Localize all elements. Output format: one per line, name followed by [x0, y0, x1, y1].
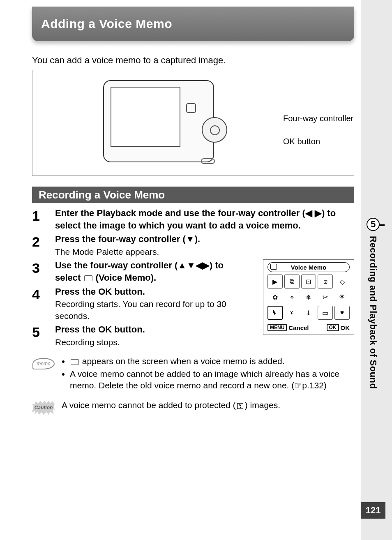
- palette-cell: ✧: [284, 290, 300, 304]
- caution-icon: Caution: [32, 401, 55, 415]
- chapter-number: 5: [367, 218, 380, 231]
- memo-note: memo appears on the screen when a voice …: [32, 355, 354, 392]
- palette-cell: ⚿: [284, 306, 300, 320]
- step-1: 1 Enter the Playback mode and use the fo…: [32, 207, 354, 231]
- palette-cell: ⊡: [301, 275, 316, 288]
- playback-icon: [270, 264, 277, 270]
- palette-title-bar: Voice Memo: [267, 262, 350, 272]
- step-2: 2 Press the four-way controller (▼). The…: [32, 233, 354, 258]
- palette-title: Voice Memo: [291, 264, 326, 271]
- caution-note: Caution A voice memo cannot be added to …: [32, 399, 354, 416]
- palette-cell: ✂: [318, 290, 333, 304]
- fourway-controller-icon: [202, 117, 227, 143]
- chapter-title: Recording and Playback of Sound: [368, 236, 378, 389]
- memo-icon: memo: [32, 358, 55, 369]
- lock-icon: ⚿: [236, 401, 245, 411]
- caution-text: A voice memo cannot be added to protecte…: [62, 399, 354, 411]
- palette-cell: ⧉: [284, 275, 300, 288]
- memo-bullet: appears on the screen when a voice memo …: [70, 355, 354, 367]
- palette-ok: OK OK: [327, 324, 350, 331]
- palette-cancel: MENU Cancel: [267, 324, 309, 331]
- voice-memo-icon: [84, 275, 92, 281]
- step-sub: The Mode Palette appears.: [55, 246, 350, 258]
- step-sub: Recording stops.: [55, 337, 248, 348]
- step-number: 2: [32, 233, 55, 249]
- intro-text: You can add a voice memo to a captured i…: [32, 55, 361, 66]
- ok-pill-icon: OK: [327, 324, 339, 331]
- step-head: Press the OK button.: [55, 286, 248, 298]
- step-sub: Recording starts. You can record for up …: [55, 298, 248, 322]
- step-number: 1: [32, 207, 55, 223]
- step-head: Enter the Playback mode and use the four…: [55, 207, 350, 231]
- palette-cell: ◇: [334, 275, 350, 288]
- step-number: 3: [32, 259, 55, 275]
- page-title: Adding a Voice Memo: [41, 17, 172, 31]
- page-title-banner: Adding a Voice Memo: [32, 7, 354, 41]
- figure-label-fourway: Four-way controller: [283, 114, 353, 123]
- palette-cell: ❄: [301, 290, 316, 304]
- step-number: 4: [32, 286, 55, 301]
- mode-palette: Voice Memo ▶ ⧉ ⊡ ⧇ ◇ ✿ ✧ ❄ ✂ 👁 🎙 ⚿ ⤓ ▭: [263, 259, 354, 335]
- camera-figure: Four-way controller OK button: [32, 70, 354, 176]
- step-head: Use the four-way controller (▲▼◀▶) to se…: [55, 259, 248, 284]
- menu-pill-icon: MENU: [267, 324, 287, 331]
- step-head: Press the OK button.: [55, 323, 248, 336]
- palette-cell-selected: 🎙: [267, 306, 283, 320]
- voice-memo-indicator-icon: [71, 359, 79, 365]
- memo-bullet: A voice memo cannot be added to an image…: [70, 368, 354, 392]
- ok-button-icon: [201, 158, 215, 164]
- palette-cell: ✿: [267, 290, 283, 304]
- palette-cell: ⧇: [318, 275, 333, 288]
- palette-cell: 👁: [334, 290, 350, 304]
- palette-cell: ▭: [318, 306, 333, 320]
- page-number: 121: [361, 502, 385, 519]
- step-number: 5: [32, 323, 55, 339]
- palette-cell: ⤓: [301, 306, 316, 320]
- camera-illustration: [103, 78, 226, 167]
- palette-cell: ♥: [334, 306, 350, 320]
- step-head: Press the four-way controller (▼).: [55, 233, 350, 245]
- figure-label-ok: OK button: [283, 137, 320, 146]
- palette-cell: ▶: [267, 275, 283, 288]
- side-margin: 5 Recording and Playback of Sound 121: [361, 0, 392, 540]
- section-heading: Recording a Voice Memo: [32, 187, 354, 203]
